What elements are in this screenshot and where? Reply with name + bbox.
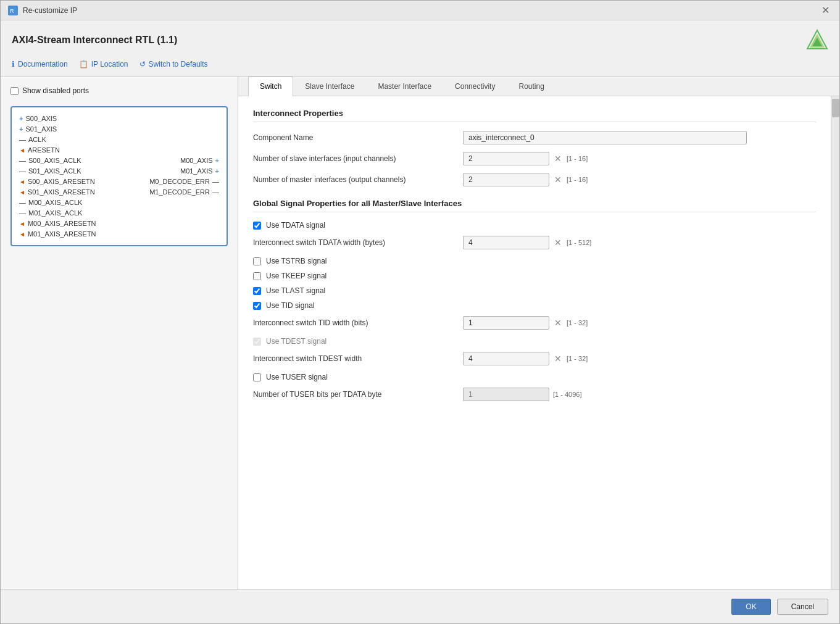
ip-location-label: IP Location: [91, 60, 128, 69]
slave-interfaces-input-group: ✕ [1 - 16]: [463, 152, 588, 165]
arrow-icon: ◄: [19, 220, 25, 227]
documentation-link[interactable]: ℹ Documentation: [12, 60, 68, 69]
use-tdest-label: Use TDEST signal: [266, 337, 326, 346]
list-item: — M01_AXIS_ACLK: [19, 208, 219, 218]
port-label: ARESETN: [28, 146, 60, 154]
ip-location-link[interactable]: 📋 IP Location: [79, 60, 128, 69]
tab-master-interface[interactable]: Master Interface: [366, 77, 443, 96]
slave-interfaces-clear-btn[interactable]: ✕: [553, 154, 563, 164]
tab-connectivity[interactable]: Connectivity: [443, 77, 507, 96]
port-label: S01_AXIS: [25, 125, 57, 133]
arrow-icon: ◄: [19, 189, 25, 196]
tab-switch-label: Switch: [260, 82, 281, 91]
dash-icon: —: [19, 167, 26, 175]
right-group: M0_DECODE_ERR —: [149, 178, 219, 185]
cancel-button[interactable]: Cancel: [777, 599, 828, 615]
tdata-width-input[interactable]: [463, 236, 549, 249]
tab-switch[interactable]: Switch: [248, 77, 293, 96]
tdest-width-label: Interconnect switch TDEST width: [253, 354, 463, 363]
plus-icon: +: [19, 115, 23, 122]
use-tuser-checkbox[interactable]: [253, 373, 261, 381]
svg-text:R: R: [10, 8, 14, 14]
tab-content: Interconnect Properties Component Name N…: [238, 96, 831, 589]
tid-width-input-group: ✕ [1 - 32]: [463, 316, 588, 330]
master-interfaces-input[interactable]: [463, 173, 549, 186]
master-interfaces-range: [1 - 16]: [567, 176, 588, 183]
dash-icon: —: [212, 188, 219, 196]
port-label: S01_AXIS_ARESETN: [28, 188, 95, 196]
list-item: ◄ M01_AXIS_ARESETN: [19, 229, 219, 239]
tab-content-wrapper: Interconnect Properties Component Name N…: [238, 96, 839, 589]
scrollbar-thumb[interactable]: [832, 99, 839, 117]
window-title: Re-customize IP: [23, 6, 77, 15]
tab-connectivity-label: Connectivity: [455, 82, 495, 91]
master-interfaces-clear-btn[interactable]: ✕: [553, 175, 563, 185]
component-name-input-group: [463, 131, 747, 144]
tab-slave-interface[interactable]: Slave Interface: [293, 77, 366, 96]
master-interfaces-row: Number of master interfaces (output chan…: [253, 173, 816, 186]
tdest-width-clear-btn[interactable]: ✕: [553, 354, 563, 364]
tid-width-range: [1 - 32]: [567, 319, 588, 327]
list-item: — S00_AXIS_ACLK M00_AXIS +: [19, 156, 219, 165]
port-right-label: M00_AXIS: [180, 157, 213, 164]
component-name-input[interactable]: [463, 131, 747, 144]
port-right-label: M0_DECODE_ERR: [149, 178, 210, 185]
tab-master-label: Master Interface: [378, 82, 431, 91]
master-interfaces-input-group: ✕ [1 - 16]: [463, 173, 588, 186]
list-item: + S01_AXIS: [19, 124, 219, 134]
use-tstrb-label: Use TSTRB signal: [266, 257, 326, 265]
tab-slave-label: Slave Interface: [305, 82, 354, 91]
show-disabled-row: Show disabled ports: [10, 86, 228, 95]
use-tdest-row: Use TDEST signal: [253, 337, 816, 346]
plus-icon: +: [215, 167, 219, 175]
dash-icon: —: [212, 178, 219, 185]
show-disabled-checkbox[interactable]: [10, 87, 19, 95]
slave-interfaces-label: Number of slave interfaces (input channe…: [253, 154, 463, 163]
port-label: S01_AXIS_ACLK: [28, 167, 81, 175]
switch-defaults-link[interactable]: ↺ Switch to Defaults: [139, 60, 208, 69]
list-item: — M00_AXIS_ACLK: [19, 198, 219, 207]
list-item: — ACLK: [19, 135, 219, 144]
list-item: ◄ S00_AXIS_ARESETN M0_DECODE_ERR —: [19, 177, 219, 186]
plus-icon: +: [215, 157, 219, 164]
tdest-width-row: Interconnect switch TDEST width ✕ [1 - 3…: [253, 352, 816, 365]
component-name-row: Component Name: [253, 131, 816, 144]
close-button[interactable]: ✕: [819, 4, 832, 16]
use-tkeep-row: Use TKEEP signal: [253, 272, 816, 280]
port-label: M00_AXIS_ARESETN: [28, 220, 96, 227]
tdata-width-row: Interconnect switch TDATA width (bytes) …: [253, 236, 816, 249]
tab-routing-label: Routing: [518, 82, 544, 91]
use-tlast-checkbox[interactable]: [253, 287, 261, 295]
main-window: R Re-customize IP ✕ AXI4-Stream Intercon…: [0, 0, 840, 624]
tuser-bits-range: [1 - 4096]: [553, 391, 581, 398]
use-tstrb-checkbox[interactable]: [253, 257, 261, 265]
port-label: M00_AXIS_ACLK: [28, 199, 82, 206]
tdest-width-input-group: ✕ [1 - 32]: [463, 352, 588, 365]
section-interconnect-title: Interconnect Properties: [253, 109, 816, 122]
ok-button[interactable]: OK: [731, 599, 770, 615]
location-icon: 📋: [79, 60, 88, 69]
section-global-title: Global Signal Properties for all Master/…: [253, 199, 816, 212]
tuser-bits-input[interactable]: [463, 388, 549, 401]
tab-routing[interactable]: Routing: [507, 77, 555, 96]
tuser-bits-row: Number of TUSER bits per TDATA byte [1 -…: [253, 388, 816, 401]
scrollbar-track[interactable]: [831, 96, 839, 589]
tdata-width-clear-btn[interactable]: ✕: [553, 238, 563, 248]
tdest-width-input[interactable]: [463, 352, 549, 365]
use-tstrb-row: Use TSTRB signal: [253, 257, 816, 265]
list-item: ◄ S01_AXIS_ARESETN M1_DECODE_ERR —: [19, 187, 219, 197]
vivado-logo: [806, 29, 828, 51]
port-right-label: M1_DECODE_ERR: [149, 188, 210, 196]
arrow-icon: ◄: [19, 231, 25, 238]
use-tdata-checkbox[interactable]: [253, 222, 261, 230]
slave-interfaces-input[interactable]: [463, 152, 549, 165]
slave-interfaces-row: Number of slave interfaces (input channe…: [253, 152, 816, 165]
arrow-icon: ◄: [19, 178, 25, 185]
use-tid-label: Use TID signal: [266, 301, 314, 310]
tid-width-clear-btn[interactable]: ✕: [553, 318, 563, 328]
use-tdest-checkbox[interactable]: [253, 338, 261, 346]
list-item: ◄ ARESETN: [19, 145, 219, 155]
use-tkeep-checkbox[interactable]: [253, 272, 261, 280]
use-tid-checkbox[interactable]: [253, 302, 261, 310]
tid-width-input[interactable]: [463, 316, 549, 330]
